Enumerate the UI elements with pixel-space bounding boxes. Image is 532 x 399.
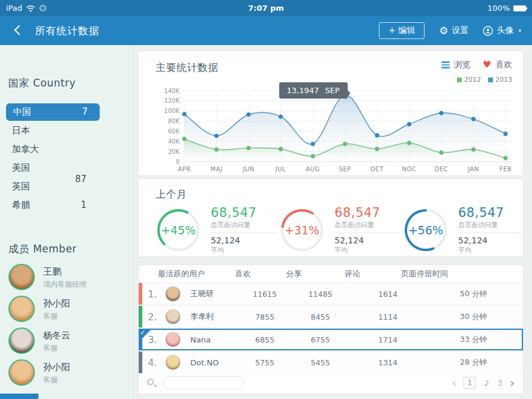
page-number[interactable]: 2 <box>484 379 489 388</box>
scroll-indicator <box>0 394 38 399</box>
sync-spinner-icon <box>39 4 47 12</box>
battery-icon <box>513 5 526 11</box>
legend-2012-swatch <box>457 78 462 82</box>
page-prev-button[interactable]: ‹ <box>452 377 456 389</box>
status-clock: 7:07 pm <box>126 4 406 13</box>
sidebar-item-member[interactable]: 孙小阳客服 <box>8 359 133 391</box>
avatar-label: 头像 <box>497 25 513 36</box>
status-bar: iPad 7:07 pm 100% <box>0 0 532 16</box>
stat-value-label: 总页面访问量 <box>211 221 277 230</box>
row-duration: 28 分钟 <box>424 358 523 368</box>
country-name: 英国 <box>12 181 30 192</box>
chevron-left-icon <box>14 25 25 35</box>
wifi-icon <box>26 5 35 12</box>
member-role: 境内客服经理 <box>43 279 86 290</box>
row-rank: 2. <box>142 311 163 323</box>
row-comments: 1614 <box>352 290 424 299</box>
stat-block: +56%68,547总页面访问量52,124平均 <box>403 206 527 255</box>
sidebar-item-member[interactable]: 王鹏境内客服经理 <box>8 264 133 296</box>
member-name: 王鹏 <box>43 266 86 278</box>
stat-value: 68,547 <box>334 206 401 220</box>
sidebar-item-country[interactable]: 英国87 <box>0 177 133 196</box>
avatar-menu[interactable]: 头像 ▾ <box>483 25 521 36</box>
svg-text:80K: 80K <box>168 118 180 124</box>
table-row[interactable]: ✓3.Nana68556755171433 分钟 <box>139 329 523 350</box>
member-text: 杨冬云客服 <box>43 327 70 353</box>
year-legend: 2012 2013 <box>457 76 512 84</box>
country-name: 美国 <box>12 162 30 173</box>
device-label: iPad <box>6 4 22 13</box>
row-user: 李孝利 <box>163 309 241 324</box>
page-next-button[interactable]: › <box>510 377 515 389</box>
table-header-cell: 评论 <box>322 269 382 279</box>
stat-sub: 52,124平均 <box>458 233 524 255</box>
back-button[interactable] <box>11 23 26 38</box>
search-icon <box>147 378 157 388</box>
member-role: 客服 <box>43 311 70 321</box>
svg-text:MAJ: MAJ <box>211 166 223 172</box>
row-duration: 33 分钟 <box>424 335 523 345</box>
list-icon <box>441 61 450 69</box>
svg-text:AUG: AUG <box>306 166 319 172</box>
gear-icon: ⚙ <box>439 26 448 36</box>
caret-down-icon: ▾ <box>518 28 521 34</box>
legend-likes-label: 喜欢 <box>495 59 512 70</box>
sidebar-item-country[interactable]: 加拿大 <box>0 140 133 159</box>
member-text: 孙小阳客服 <box>43 359 70 385</box>
svg-text:SEP: SEP <box>339 166 351 172</box>
chart-tooltip: 13,1947SEP <box>279 82 348 99</box>
tooltip-month: SEP <box>325 86 339 95</box>
member-name: 孙小阳 <box>43 362 70 373</box>
country-name: 希腊 <box>12 200 30 210</box>
check-icon: ✓ <box>140 329 145 337</box>
stat-average: 52,124 <box>211 236 277 245</box>
legend-views-toggle[interactable]: 浏览 <box>441 59 471 70</box>
stat-percent: +56% <box>403 207 449 253</box>
page-number[interactable]: 3 <box>498 379 503 388</box>
user-name: 李孝利 <box>190 311 214 322</box>
row-rank: 1. <box>142 288 163 300</box>
table-header-row: 最活跃的用户喜欢分享评论页面停留时间 <box>139 265 523 283</box>
member-avatar <box>8 264 35 290</box>
svg-text:60K: 60K <box>168 128 180 135</box>
row-user: 王晓研 <box>163 286 241 302</box>
stat-text: 68,547总页面访问量52,124平均 <box>211 206 277 255</box>
row-duration: 50 分钟 <box>424 289 523 299</box>
table-header-cell: 分享 <box>265 269 322 279</box>
country-count: 7 <box>71 103 88 121</box>
stat-percent: +31% <box>279 207 325 253</box>
user-avatar <box>165 332 181 347</box>
table-row[interactable]: 4.Dot.NO57555455131428 分钟 <box>139 352 523 373</box>
svg-text:40K: 40K <box>168 138 180 145</box>
country-name: 加拿大 <box>12 144 39 154</box>
country-count: 1 <box>70 196 86 215</box>
table-row[interactable]: 1.王晓研1161511485161450 分钟 <box>139 283 523 305</box>
member-name: 孙小阳 <box>43 298 70 309</box>
sidebar-item-member[interactable]: 杨冬云客服 <box>8 327 133 359</box>
sidebar-item-member[interactable]: 孙小阳客服 <box>8 296 133 327</box>
row-comments: 1114 <box>352 312 424 321</box>
stat-block: +45%68,547总页面访问量52,124平均 <box>156 206 279 255</box>
search-input[interactable] <box>163 376 244 389</box>
row-comments: 1714 <box>352 335 424 344</box>
member-name: 杨冬云 <box>43 330 70 341</box>
sidebar-item-country[interactable]: 日本 <box>0 121 133 140</box>
page-number[interactable]: 1 <box>464 377 476 389</box>
sidebar-item-country[interactable]: 希腊1 <box>0 196 133 215</box>
stat-text: 68,547总页面访问量52,124平均 <box>334 206 401 255</box>
svg-text:JUN: JUN <box>242 166 254 172</box>
table-row[interactable]: 2.李孝利78558455111430 分钟 <box>139 306 523 327</box>
row-comments: 1314 <box>352 358 424 367</box>
member-avatar <box>8 296 35 322</box>
user-name: Dot.NO <box>190 358 219 367</box>
sidebar-item-country[interactable]: 美国 <box>0 159 133 177</box>
edit-button[interactable]: + 编辑 <box>379 22 425 39</box>
sidebar-item-country[interactable]: 中国7 <box>6 103 100 121</box>
country-name: 日本 <box>12 125 30 136</box>
table-header-cell: 页面停留时间 <box>382 269 467 279</box>
member-avatar <box>8 327 35 354</box>
legend-likes-toggle[interactable]: ♥ 喜欢 <box>483 59 512 70</box>
settings-button[interactable]: ⚙ 设置 <box>439 25 468 36</box>
legend-2013-swatch <box>488 78 493 82</box>
member-list: 王鹏境内客服经理孙小阳客服杨冬云客服孙小阳客服 <box>0 264 133 391</box>
